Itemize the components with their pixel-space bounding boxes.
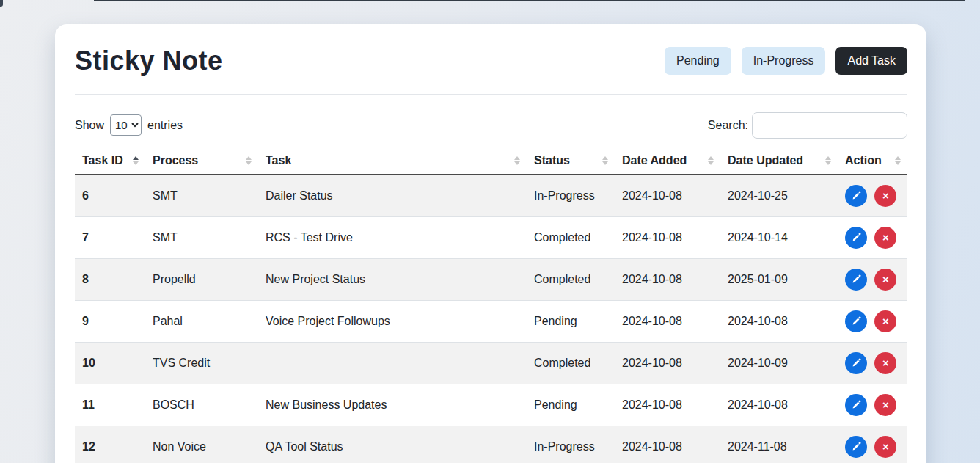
task-table-body: 6 SMT Dailer Status In-Progress 2024-10-… [75, 175, 907, 463]
column-header-task[interactable]: Task [258, 147, 527, 175]
header-divider [75, 94, 907, 95]
cell-task [258, 342, 527, 384]
pencil-icon [852, 316, 861, 326]
cell-date-added: 2024-10-08 [615, 300, 720, 342]
column-header-process[interactable]: Process [145, 147, 258, 175]
cell-date-updated: 2025-01-09 [720, 258, 838, 300]
cell-process: SMT [145, 216, 258, 258]
pencil-icon [852, 442, 861, 451]
table-row: 10 TVS Credit Completed 2024-10-08 2024-… [75, 342, 907, 384]
delete-task-button[interactable]: × [874, 394, 896, 416]
cell-task: New Business Updates [258, 384, 527, 426]
page-title: Sticky Note [75, 43, 223, 79]
sort-icon [133, 156, 139, 165]
cell-date-updated: 2024-10-14 [720, 216, 838, 258]
cell-action: × [838, 216, 907, 258]
main-card: Sticky Note Pending In-Progress Add Task… [55, 24, 926, 463]
cell-task: Voice Project Followups [258, 300, 527, 342]
cell-date-added: 2024-10-08 [615, 175, 720, 217]
sort-icon [514, 156, 520, 165]
cell-task-id: 6 [75, 175, 145, 217]
pencil-icon [852, 358, 861, 368]
sort-icon [246, 156, 252, 165]
cell-action: × [838, 384, 907, 426]
search-input[interactable] [752, 112, 907, 139]
x-icon: × [882, 316, 889, 327]
cell-process: TVS Credit [145, 342, 258, 384]
search-control: Search: [708, 112, 907, 139]
cell-date-added: 2024-10-08 [615, 342, 720, 384]
cell-date-updated: 2024-10-08 [720, 384, 838, 426]
add-task-button[interactable]: Add Task [835, 47, 907, 75]
cell-task: RCS - Test Drive [258, 216, 527, 258]
delete-task-button[interactable]: × [874, 269, 896, 291]
task-table: Task ID Process Task Status Date Added D… [75, 147, 907, 463]
delete-task-button[interactable]: × [874, 310, 896, 332]
cell-task-id: 7 [75, 216, 145, 258]
sort-icon [602, 156, 608, 165]
cell-task-id: 12 [75, 426, 145, 463]
cell-date-updated: 2024-10-08 [720, 300, 838, 342]
x-icon: × [882, 441, 889, 452]
show-label: Show [75, 119, 104, 132]
delete-task-button[interactable]: × [874, 227, 896, 249]
cell-action: × [838, 175, 907, 217]
cell-process: Non Voice [145, 426, 258, 463]
cell-date-updated: 2024-10-25 [720, 175, 838, 217]
edit-task-button[interactable] [845, 352, 867, 374]
cell-action: × [838, 426, 907, 463]
edit-task-button[interactable] [845, 310, 867, 332]
cell-action: × [838, 258, 907, 300]
delete-task-button[interactable]: × [874, 436, 896, 458]
column-header-date-updated[interactable]: Date Updated [720, 147, 838, 175]
cell-task-id: 8 [75, 258, 145, 300]
in-progress-filter-button[interactable]: In-Progress [742, 47, 826, 75]
sort-icon [895, 156, 901, 165]
pending-filter-button[interactable]: Pending [665, 47, 731, 75]
table-row: 6 SMT Dailer Status In-Progress 2024-10-… [75, 175, 907, 217]
header-buttons: Pending In-Progress Add Task [665, 47, 907, 75]
table-controls: Show 10 entries Search: [75, 112, 907, 139]
cell-task-id: 10 [75, 342, 145, 384]
cell-status: Pending [527, 300, 615, 342]
delete-task-button[interactable]: × [874, 185, 896, 207]
table-row: 7 SMT RCS - Test Drive Completed 2024-10… [75, 216, 907, 258]
column-header-action[interactable]: Action [838, 147, 907, 175]
cell-task: QA Tool Status [258, 426, 527, 463]
cell-action: × [838, 300, 907, 342]
edit-task-button[interactable] [845, 436, 867, 458]
cell-task: New Project Status [258, 258, 527, 300]
cell-date-updated: 2024-10-09 [720, 342, 838, 384]
cell-status: Completed [527, 342, 615, 384]
cell-process: SMT [145, 175, 258, 217]
cell-date-added: 2024-10-08 [615, 216, 720, 258]
cell-date-updated: 2024-11-08 [720, 426, 838, 463]
edit-task-button[interactable] [845, 269, 867, 291]
edit-task-button[interactable] [845, 227, 867, 249]
page-size-select[interactable]: 10 [110, 114, 142, 136]
column-header-date-added[interactable]: Date Added [615, 147, 720, 175]
pencil-icon [852, 233, 861, 242]
cell-action: × [838, 342, 907, 384]
cell-status: Completed [527, 216, 615, 258]
table-row: 9 Pahal Voice Project Followups Pending … [75, 300, 907, 342]
column-header-status[interactable]: Status [527, 147, 615, 175]
window-top-edge [94, 0, 965, 1]
cell-process: BOSCH [145, 384, 258, 426]
edit-task-button[interactable] [845, 394, 867, 416]
x-icon: × [882, 399, 889, 410]
delete-task-button[interactable]: × [874, 352, 896, 374]
cell-status: Completed [527, 258, 615, 300]
sort-icon [825, 156, 831, 165]
table-header-row: Task ID Process Task Status Date Added D… [75, 147, 907, 175]
x-icon: × [882, 357, 889, 368]
x-icon: × [882, 232, 889, 243]
cell-status: In-Progress [527, 175, 615, 217]
pencil-icon [852, 274, 861, 284]
x-icon: × [882, 274, 889, 285]
cell-date-added: 2024-10-08 [615, 384, 720, 426]
window-corner-mark [0, 0, 3, 7]
column-header-task-id[interactable]: Task ID [75, 147, 145, 175]
edit-task-button[interactable] [845, 185, 867, 207]
x-icon: × [882, 190, 889, 201]
